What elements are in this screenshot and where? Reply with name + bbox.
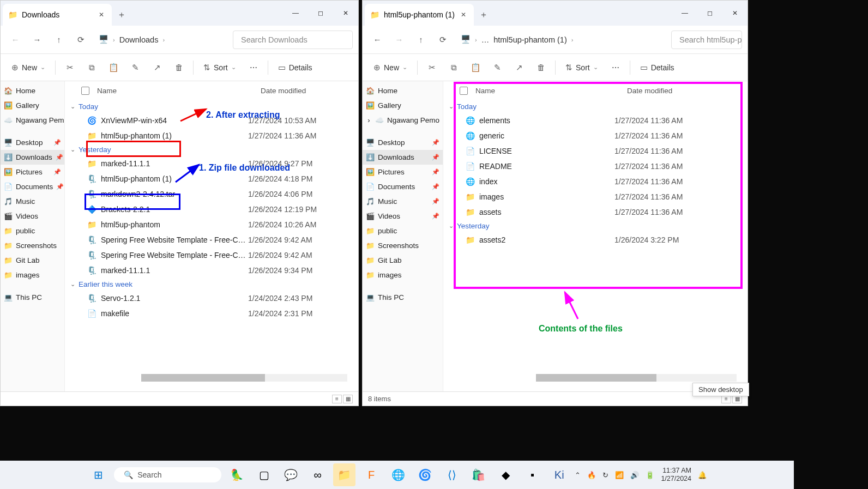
group-header[interactable]: ⌄Today — [65, 100, 358, 113]
sidebar-item[interactable]: 🏠Home — [363, 83, 443, 98]
search-input[interactable]: Search html5up-p — [671, 31, 742, 49]
search-input[interactable]: Search Downloads — [233, 31, 353, 49]
task-view-icon[interactable]: ▢ — [253, 463, 275, 486]
maximize-button[interactable]: ◻ — [308, 1, 333, 26]
sidebar-item[interactable]: 📁images — [1, 268, 64, 282]
sidebar-item[interactable]: 🖼️Pictures📌 — [1, 165, 64, 179]
chrome-icon[interactable]: 🌐 — [387, 463, 409, 486]
sidebar-item[interactable]: 🖥️Desktop📌 — [363, 135, 443, 150]
sidebar-item[interactable]: 🎵Music📌 — [363, 194, 443, 209]
bird-widget-icon[interactable]: 🦜 — [226, 463, 248, 486]
file-row[interactable]: 🗜️html5up-phantom (1)1/26/2024 4:18 PM — [65, 171, 358, 186]
volume-icon[interactable]: 🔊 — [630, 471, 639, 479]
share-button[interactable]: ↗ — [147, 59, 167, 76]
new-button[interactable]: ⊕ New ⌄ — [6, 59, 51, 76]
minimize-button[interactable]: ― — [283, 1, 308, 26]
breadcrumb[interactable]: 🖥️ › … html5up-phantom (1) › — [455, 35, 578, 44]
fusion-icon[interactable]: F — [360, 463, 382, 486]
close-window-button[interactable]: ✕ — [722, 1, 748, 26]
sidebar-item[interactable]: ⬇️Downloads📌 — [363, 150, 443, 165]
forward-button[interactable]: → — [390, 31, 408, 49]
refresh-button[interactable]: ⟳ — [71, 31, 90, 49]
details-button[interactable]: ▭ Details — [273, 59, 318, 76]
clock[interactable]: 11:37 AM 1/27/2024 — [661, 467, 691, 483]
tray-app-icon[interactable]: 🔥 — [587, 471, 596, 479]
file-row[interactable]: 📁marked-11.1.11/26/2024 9:27 PM — [65, 156, 358, 171]
file-row[interactable]: 📄makefile1/24/2024 2:31 PM — [65, 306, 358, 321]
sidebar-item[interactable]: 🎬Videos — [1, 209, 64, 224]
chat-icon[interactable]: 💬 — [280, 463, 302, 486]
horizontal-scrollbar[interactable] — [141, 374, 347, 382]
file-row[interactable]: 🗜️Spering Free Website Template - Free-C… — [65, 232, 358, 247]
store-icon[interactable]: 🛍️ — [467, 463, 490, 486]
maximize-button[interactable]: ◻ — [697, 1, 722, 26]
sidebar-item[interactable]: 🖥️Desktop📌 — [1, 135, 64, 150]
sidebar-item[interactable]: 🖼️Gallery — [1, 98, 64, 113]
up-button[interactable]: ↑ — [50, 31, 68, 49]
tray-sync-icon[interactable]: ↻ — [602, 471, 608, 479]
sidebar-item[interactable]: 🏠Home — [1, 83, 64, 98]
tray-expand-icon[interactable]: ⌃ — [575, 471, 581, 479]
rename-button[interactable]: ✎ — [125, 59, 145, 76]
up-button[interactable]: ↑ — [412, 31, 430, 49]
delete-button[interactable]: 🗑 — [531, 59, 551, 75]
vscode-icon[interactable]: ⟨⟩ — [441, 463, 463, 486]
col-date[interactable]: Date modified — [261, 87, 348, 95]
view-list-button[interactable]: ≡ — [332, 395, 342, 403]
sort-button[interactable]: ⇅ Sort ⌄ — [560, 59, 604, 76]
arduino-icon[interactable]: ∞ — [306, 463, 329, 486]
paste-button[interactable]: 📋 — [104, 59, 123, 76]
sort-button[interactable]: ⇅ Sort ⌄ — [198, 59, 242, 76]
copy-button[interactable]: ⧉ — [444, 59, 463, 76]
back-button[interactable]: ← — [368, 31, 387, 49]
sidebar-item[interactable]: 📄Documents📌 — [1, 179, 64, 194]
share-button[interactable]: ↗ — [509, 59, 529, 76]
file-explorer-icon[interactable]: 📁 — [333, 463, 355, 486]
sidebar-item[interactable]: 📁Git Lab — [363, 253, 443, 268]
forward-button[interactable]: → — [28, 31, 46, 49]
file-row[interactable]: 📁html5up-phantom1/26/2024 10:26 AM — [65, 217, 358, 232]
back-button[interactable]: ← — [6, 31, 25, 49]
more-button[interactable]: ⋯ — [606, 60, 625, 75]
sidebar-item[interactable]: 🖼️Gallery — [363, 98, 443, 113]
sidebar-item[interactable]: 📁public — [363, 224, 443, 238]
edge-icon[interactable]: 🌀 — [414, 463, 436, 486]
breadcrumb[interactable]: 🖥️ › Downloads › — [93, 35, 170, 44]
sidebar-item[interactable]: ›☁️Ngawang Pemo — [363, 113, 443, 128]
wifi-icon[interactable]: 📶 — [615, 471, 624, 479]
sidebar-item[interactable]: 📁images — [363, 268, 443, 282]
view-grid-button[interactable]: ▦ — [343, 395, 353, 403]
tab-downloads[interactable]: 📁 Downloads ✕ — [3, 4, 112, 26]
file-row[interactable]: 🌀XnViewMP-win-x641/27/2024 10:53 AM — [65, 113, 358, 128]
select-all-checkbox[interactable] — [81, 87, 89, 95]
sidebar-item[interactable]: 💻This PC — [1, 290, 64, 305]
close-tab-icon[interactable]: ✕ — [99, 11, 104, 19]
new-button[interactable]: ⊕ New ⌄ — [368, 59, 413, 76]
kicad-icon[interactable]: Ki — [548, 463, 570, 486]
sidebar-item[interactable]: 🖼️Pictures📌 — [363, 165, 443, 179]
cut-button[interactable]: ✂ — [422, 59, 442, 76]
group-header[interactable]: ⌄Earlier this week — [65, 278, 358, 291]
cut-button[interactable]: ✂ — [60, 59, 80, 76]
taskbar-search[interactable]: 🔍 Search — [114, 467, 221, 482]
copy-button[interactable]: ⧉ — [82, 59, 101, 76]
minimize-button[interactable]: ― — [672, 1, 697, 26]
sidebar-item[interactable]: 📁Screenshots — [1, 238, 64, 253]
file-row[interactable]: 🗜️Spering Free Website Template - Free-C… — [65, 247, 358, 263]
delete-button[interactable]: 🗑 — [169, 59, 189, 75]
battery-icon[interactable]: 🔋 — [646, 471, 654, 479]
sidebar-item[interactable]: 🎵Music — [1, 194, 64, 209]
terminal-icon[interactable]: ▪ — [521, 463, 544, 486]
new-tab-button[interactable]: ＋ — [474, 4, 493, 26]
start-button[interactable]: ⊞ — [87, 463, 110, 486]
file-row[interactable]: 🗜️Servo-1.2.11/24/2024 2:43 PM — [65, 291, 358, 306]
col-name[interactable]: Name — [97, 87, 261, 95]
sidebar-item[interactable]: 📁public — [1, 224, 64, 238]
details-button[interactable]: ▭ Details — [635, 59, 680, 76]
tab-phantom[interactable]: 📁 html5up-phantom (1) ✕ — [365, 4, 474, 26]
notifications-icon[interactable]: 🔔 — [698, 471, 707, 479]
more-button[interactable]: ⋯ — [244, 60, 263, 75]
inkscape-icon[interactable]: ◆ — [495, 463, 517, 486]
sidebar-item[interactable]: ⬇️Downloads📌 — [1, 150, 64, 165]
close-window-button[interactable]: ✕ — [333, 1, 358, 26]
